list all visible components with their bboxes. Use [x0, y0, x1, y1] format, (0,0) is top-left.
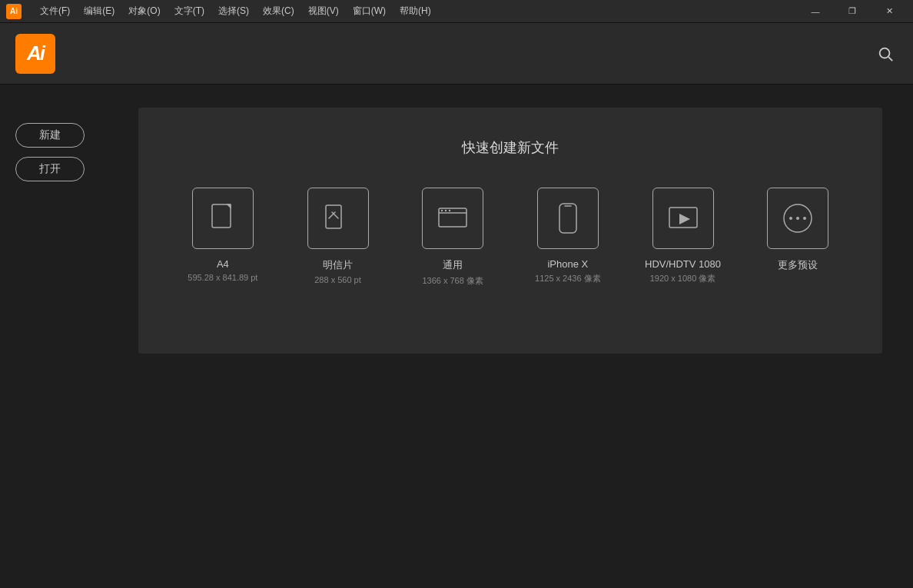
template-postcard[interactable]: 明信片 288 x 560 pt: [284, 188, 392, 284]
menu-item[interactable]: 效果(C): [257, 3, 300, 19]
minimize-button[interactable]: —: [798, 1, 833, 22]
menu-item[interactable]: 文字(T): [168, 3, 211, 19]
menu-item[interactable]: 视图(V): [302, 3, 345, 19]
svg-rect-4: [439, 208, 466, 227]
template-a4[interactable]: A4 595.28 x 841.89 pt: [169, 188, 277, 282]
title-bar: Ai 文件(F)编辑(E)对象(O)文字(T)选择(S)效果(C)视图(V)窗口…: [0, 0, 913, 23]
postcard-size: 288 x 560 pt: [314, 275, 361, 284]
hdtv-name: HDV/HDTV 1080: [645, 258, 721, 270]
svg-marker-11: [679, 214, 690, 224]
svg-rect-2: [212, 204, 231, 228]
iphone-icon: [537, 188, 599, 249]
svg-point-7: [445, 210, 447, 211]
quick-create-panel: 快速创建新文件 A4 595.28 x 841.89 pt: [138, 108, 882, 354]
a4-size: 595.28 x 841.89 pt: [188, 273, 257, 282]
ai-logo: Ai: [15, 34, 55, 74]
iphonex-size: 1125 x 2436 像素: [535, 273, 601, 284]
main-area: 新建 打开 快速创建新文件 A4 595.28 x 841.89 pt: [0, 85, 913, 588]
menu-item[interactable]: 选择(S): [212, 3, 255, 19]
iphonex-name: iPhone X: [547, 258, 588, 270]
svg-point-6: [441, 210, 443, 211]
svg-line-1: [888, 57, 892, 61]
menu-bar: 文件(F)编辑(E)对象(O)文字(T)选择(S)效果(C)视图(V)窗口(W)…: [34, 3, 785, 19]
svg-point-8: [449, 210, 450, 211]
quick-create-title: 快速创建新文件: [169, 138, 852, 157]
search-icon[interactable]: [873, 42, 898, 66]
hdtv-size: 1920 x 1080 像素: [650, 273, 716, 284]
close-button[interactable]: ✕: [872, 1, 907, 22]
postcard-icon: [307, 188, 369, 249]
common-icon: [422, 188, 483, 249]
more-icon: [767, 188, 828, 249]
menu-item[interactable]: 帮助(H): [393, 3, 437, 19]
template-iphonex[interactable]: iPhone X 1125 x 2436 像素: [514, 188, 622, 284]
common-size: 1366 x 768 像素: [422, 275, 483, 287]
a4-name: A4: [217, 258, 229, 270]
menu-item[interactable]: 对象(O): [122, 3, 166, 19]
svg-rect-3: [326, 205, 341, 228]
more-name: 更多预设: [778, 258, 818, 272]
restore-button[interactable]: ❐: [835, 1, 870, 22]
common-name: 通用: [443, 258, 463, 272]
menu-item[interactable]: 文件(F): [34, 3, 76, 19]
template-grid: A4 595.28 x 841.89 pt 明信片 288 x 560 pt: [169, 188, 852, 287]
menu-item[interactable]: 窗口(W): [347, 3, 392, 19]
svg-point-13: [789, 217, 792, 220]
sidebar: 新建 打开: [0, 108, 108, 197]
template-hdtv[interactable]: HDV/HDTV 1080 1920 x 1080 像素: [629, 188, 737, 284]
postcard-name: 明信片: [323, 258, 353, 272]
svg-point-15: [803, 217, 806, 220]
window-controls: — ❐ ✕: [798, 1, 907, 22]
svg-point-14: [796, 217, 799, 220]
menu-item[interactable]: 编辑(E): [78, 3, 121, 19]
template-common[interactable]: 通用 1366 x 768 像素: [399, 188, 506, 287]
a4-icon: [192, 188, 254, 249]
title-logo: Ai: [6, 4, 22, 19]
app-header: Ai: [0, 23, 913, 85]
new-button[interactable]: 新建: [15, 123, 85, 148]
svg-rect-9: [559, 204, 576, 233]
hdtv-icon: [652, 188, 714, 249]
template-more[interactable]: 更多预设: [744, 188, 852, 275]
svg-point-0: [880, 48, 890, 58]
open-button[interactable]: 打开: [15, 157, 85, 181]
